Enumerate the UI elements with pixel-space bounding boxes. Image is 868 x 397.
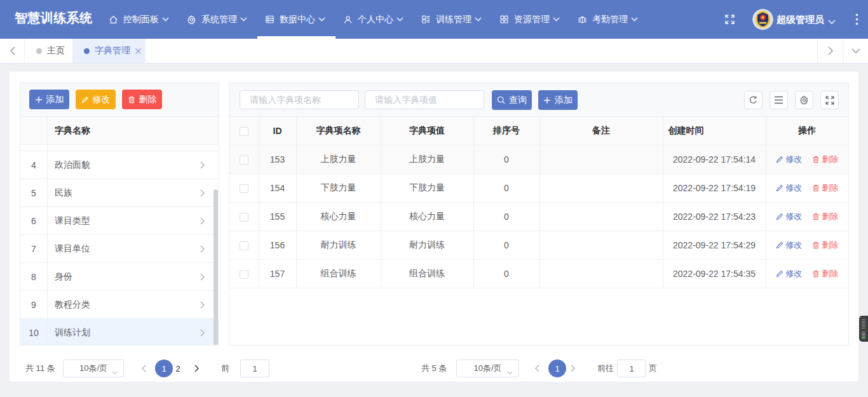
avatar[interactable] xyxy=(752,9,773,30)
chevron-down-icon xyxy=(507,367,513,377)
cell-id: 154 xyxy=(259,173,296,202)
pencil-icon xyxy=(776,241,783,249)
nav-item-attendance-mgmt[interactable]: 考勤管理 xyxy=(570,0,648,39)
row-checkbox[interactable] xyxy=(240,270,248,279)
select-all-checkbox[interactable] xyxy=(240,127,248,136)
cell-sort: 0 xyxy=(473,231,539,259)
dictionary-row[interactable]: 6 课目类型 xyxy=(20,207,219,235)
right-prev-page-button[interactable] xyxy=(532,360,541,377)
refresh-button[interactable] xyxy=(744,91,763,109)
row-checkbox[interactable] xyxy=(240,213,248,222)
tab-home[interactable]: 主页 xyxy=(25,39,73,63)
trash-icon xyxy=(812,184,820,192)
nav-item-personal-center[interactable]: 个人中心 xyxy=(336,0,414,39)
delete-row-link[interactable]: 删除 xyxy=(812,268,838,279)
dictionary-row[interactable]: 7 课目单位 xyxy=(20,235,219,263)
close-icon[interactable] xyxy=(135,48,142,55)
chevron-down-icon xyxy=(397,17,403,22)
dictionary-row[interactable]: 5 民族 xyxy=(20,179,219,207)
row-checkbox[interactable] xyxy=(240,156,248,165)
nav-item-control-panel[interactable]: 控制面板 xyxy=(101,0,179,39)
cell-id: 153 xyxy=(259,145,296,173)
right-page-1-button[interactable]: 1 xyxy=(548,360,566,377)
dictionary-row[interactable]: 4 政治面貌 xyxy=(20,151,219,179)
nav-item-training-mgmt[interactable]: 训练管理 xyxy=(414,0,492,39)
item-name-input[interactable] xyxy=(240,90,359,109)
cell-name: 耐力训练 xyxy=(296,231,381,259)
edit-dictionary-button[interactable]: 修改 xyxy=(76,90,116,109)
chevron-down-icon xyxy=(475,17,482,22)
minimap-line xyxy=(862,321,865,322)
delete-row-link[interactable]: 删除 xyxy=(812,182,838,194)
fullscreen-icon[interactable] xyxy=(724,14,735,25)
right-jump-page-input[interactable] xyxy=(617,360,646,377)
clock-icon xyxy=(578,15,587,25)
dictionary-items-panel: 查询 添加 xyxy=(229,83,849,346)
column-header-value: 字典项值 xyxy=(381,117,473,145)
edit-row-link[interactable]: 修改 xyxy=(776,268,802,279)
minimap-line xyxy=(862,326,865,326)
dictionary-row-selected[interactable]: 10 训练计划 xyxy=(20,319,219,346)
tab-dict-management[interactable]: 字典管理 xyxy=(73,39,146,63)
delete-row-link[interactable]: 删除 xyxy=(812,154,838,165)
more-menu-icon[interactable] xyxy=(855,13,858,27)
edit-row-link[interactable]: 修改 xyxy=(776,239,802,251)
add-dictionary-button[interactable]: 添加 xyxy=(29,90,69,109)
column-header-sort: 排序号 xyxy=(473,117,539,145)
edit-row-link[interactable]: 修改 xyxy=(776,154,802,165)
nav-item-resource-mgmt[interactable]: 资源管理 xyxy=(492,0,570,39)
left-page-1-button[interactable]: 1 xyxy=(155,360,173,377)
list-scrollbar-thumb[interactable] xyxy=(214,189,218,345)
left-jump-page-input[interactable] xyxy=(240,360,269,377)
tab-dot xyxy=(36,48,42,54)
nav-item-label: 个人中心 xyxy=(358,14,393,25)
row-checkbox[interactable] xyxy=(240,241,248,250)
cell-value: 下肢力量 xyxy=(381,173,473,202)
delete-row-link[interactable]: 删除 xyxy=(812,211,838,222)
tabs-scroll-right-button[interactable] xyxy=(817,39,843,63)
chevron-down-icon[interactable] xyxy=(828,17,836,27)
cell-ops: 修改 删除 xyxy=(766,259,848,288)
tabs-scroll-left-button[interactable] xyxy=(0,39,25,63)
scroll-minimap-widget[interactable] xyxy=(859,316,868,342)
nav-item-system-mgmt[interactable]: 系统管理 xyxy=(179,0,257,39)
left-page-2-button[interactable]: 2 xyxy=(173,360,183,377)
left-page-size-select[interactable]: 10条/页 xyxy=(63,360,124,377)
cell-created: 2022-09-22 17:54:19 xyxy=(663,173,766,202)
cell-ops: 修改 删除 xyxy=(766,145,848,173)
row-checkbox[interactable] xyxy=(240,184,248,193)
left-next-page-button[interactable] xyxy=(193,360,201,377)
tab-dot xyxy=(84,48,90,54)
top-navbar: 智慧训练系统 控制面板 系统管理 xyxy=(0,0,868,39)
main-content-card: 添加 修改 删除 字典名称 4 政 xyxy=(10,72,858,382)
edit-row-link[interactable]: 修改 xyxy=(776,182,802,194)
delete-row-link[interactable]: 删除 xyxy=(812,239,838,251)
cell-remark xyxy=(539,173,663,202)
chevron-right-icon xyxy=(200,189,205,197)
cell-created: 2022-09-22 17:54:29 xyxy=(663,231,766,259)
right-page-size-select[interactable]: 10条/页 xyxy=(456,360,519,377)
dictionary-row[interactable]: 9 教程分类 xyxy=(20,291,219,319)
right-jump-suffix: 页 xyxy=(649,360,657,377)
cell-name: 核心力量 xyxy=(296,202,381,231)
column-header-remark: 备注 xyxy=(539,117,663,145)
nav-item-data-center[interactable]: 数据中心 xyxy=(257,0,336,39)
right-next-page-button[interactable] xyxy=(569,360,578,377)
dictionary-row[interactable]: 8 身份 xyxy=(20,263,219,291)
column-settings-button[interactable] xyxy=(795,91,813,109)
column-header-name: 字典项名称 xyxy=(296,117,381,145)
add-item-button[interactable]: 添加 xyxy=(538,90,578,110)
density-menu-button[interactable] xyxy=(770,91,788,109)
search-button[interactable]: 查询 xyxy=(492,90,532,110)
delete-dictionary-button[interactable]: 删除 xyxy=(122,90,162,109)
cell-sort: 0 xyxy=(473,173,539,202)
row-name: 民族 xyxy=(48,187,200,199)
table-fullscreen-button[interactable] xyxy=(820,91,839,109)
left-prev-page-button[interactable] xyxy=(139,360,148,377)
user-name[interactable]: 超级管理员 xyxy=(776,0,824,39)
trash-icon xyxy=(812,156,820,163)
tabs-dropdown-button[interactable] xyxy=(843,39,868,63)
item-value-input[interactable] xyxy=(365,90,484,109)
row-index: 9 xyxy=(20,291,48,318)
edit-row-link[interactable]: 修改 xyxy=(776,211,802,222)
